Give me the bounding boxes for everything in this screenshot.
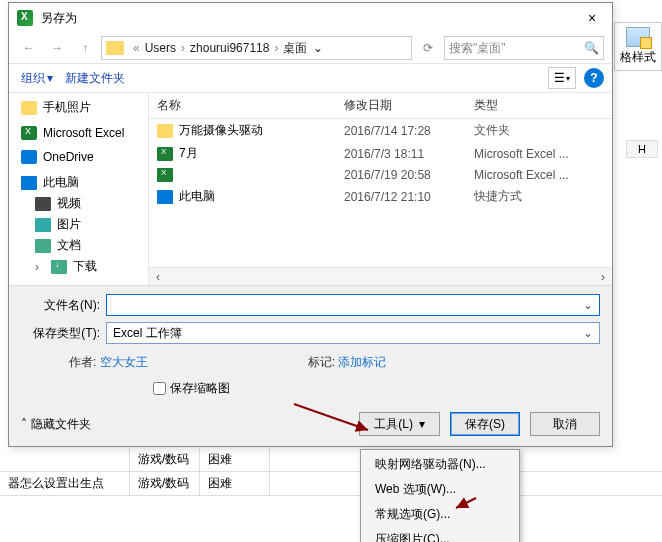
excel-icon	[17, 10, 33, 26]
column-header-h[interactable]: H	[626, 140, 658, 158]
chevron-down-icon[interactable]: ⌄	[309, 41, 327, 55]
back-button[interactable]: ←	[17, 36, 41, 60]
breadcrumb[interactable]: « Users › zhourui967118 › 桌面 ⌄	[101, 36, 412, 60]
hide-folders-link[interactable]: ˄隐藏文件夹	[21, 416, 91, 433]
tags-label: 标记:	[308, 355, 335, 369]
excel-file-icon	[157, 168, 173, 182]
new-folder-button[interactable]: 新建文件夹	[61, 68, 129, 89]
search-input[interactable]: 搜索"桌面" 🔍	[444, 36, 604, 60]
sidebar-item-documents[interactable]: 文档	[21, 235, 148, 256]
filetype-label: 保存类型(T):	[21, 325, 106, 342]
author-label: 作者:	[69, 355, 96, 369]
scroll-right-icon[interactable]: ›	[596, 270, 610, 284]
menu-item-general-options[interactable]: 常规选项(G)...	[363, 502, 517, 527]
sidebar: 手机照片 Microsoft Excel OneDrive 此电脑 视频 图片 …	[9, 93, 149, 285]
format-label: 格样式	[620, 50, 656, 64]
chevron-down-icon: ▾	[419, 417, 425, 431]
column-header-type[interactable]: 类型	[474, 97, 604, 114]
save-thumbnail-checkbox[interactable]: 保存缩略图	[149, 381, 230, 395]
refresh-button[interactable]: ⟳	[416, 36, 440, 60]
document-icon	[35, 239, 51, 253]
sidebar-item-this-pc[interactable]: 此电脑	[21, 172, 148, 193]
tools-dropdown: 映射网络驱动器(N)... Web 选项(W)... 常规选项(G)... 压缩…	[360, 449, 520, 542]
list-item[interactable]: 2016/7/19 20:58 Microsoft Excel ...	[149, 165, 612, 185]
video-icon	[35, 197, 51, 211]
help-button[interactable]: ?	[584, 68, 604, 88]
list-item[interactable]: 万能摄像头驱动 2016/7/14 17:28 文件夹	[149, 119, 612, 142]
sidebar-item-videos[interactable]: 视频	[21, 193, 148, 214]
view-mode-button[interactable]: ☰▾	[548, 67, 576, 89]
menu-item-compress-pictures[interactable]: 压缩图片(C)...	[363, 527, 517, 542]
pc-icon	[21, 176, 37, 190]
up-button[interactable]: ↑	[73, 36, 97, 60]
tags-value[interactable]: 添加标记	[338, 355, 386, 369]
cancel-button[interactable]: 取消	[530, 412, 600, 436]
list-item[interactable]: 此电脑 2016/7/12 21:10 快捷方式	[149, 185, 612, 208]
search-icon: 🔍	[584, 41, 599, 55]
excel-icon	[21, 126, 37, 140]
save-button[interactable]: 保存(S)	[450, 412, 520, 436]
paint-icon	[626, 27, 650, 47]
column-header-date[interactable]: 修改日期	[344, 97, 474, 114]
sidebar-item-phone-photos[interactable]: 手机照片	[21, 97, 148, 118]
folder-icon	[157, 124, 173, 138]
folder-icon	[21, 101, 37, 115]
onedrive-icon	[21, 150, 37, 164]
filename-label: 文件名(N):	[21, 297, 106, 314]
folder-icon	[106, 41, 124, 55]
chevron-down-icon[interactable]: ⌄	[579, 326, 597, 340]
picture-icon	[35, 218, 51, 232]
file-list: 名称 修改日期 类型 万能摄像头驱动 2016/7/14 17:28 文件夹 7…	[149, 93, 612, 285]
excel-file-icon	[157, 147, 173, 161]
chevron-right-icon: ›	[35, 260, 45, 274]
filename-input[interactable]: ⌄	[106, 294, 600, 316]
sidebar-item-pictures[interactable]: 图片	[21, 214, 148, 235]
sidebar-item-excel[interactable]: Microsoft Excel	[21, 124, 148, 142]
sidebar-item-onedrive[interactable]: OneDrive	[21, 148, 148, 166]
tools-button[interactable]: 工具(L)▾	[359, 412, 440, 436]
organize-button[interactable]: 组织 ▾	[17, 68, 57, 89]
chevron-down-icon[interactable]: ⌄	[579, 298, 597, 312]
download-icon	[51, 260, 67, 274]
scroll-left-icon[interactable]: ‹	[151, 270, 165, 284]
dialog-title: 另存为	[41, 10, 572, 27]
menu-item-map-drive[interactable]: 映射网络驱动器(N)...	[363, 452, 517, 477]
menu-item-web-options[interactable]: Web 选项(W)...	[363, 477, 517, 502]
column-header-name[interactable]: 名称	[157, 97, 344, 114]
pc-icon	[157, 190, 173, 204]
table-row: 游戏/数码 困难	[0, 448, 662, 472]
save-as-dialog: 另存为 × ← → ↑ « Users › zhourui967118 › 桌面…	[8, 2, 613, 447]
chevron-up-icon: ˄	[21, 417, 27, 431]
filetype-select[interactable]: Excel 工作簿 ⌄	[106, 322, 600, 344]
horizontal-scrollbar[interactable]: ‹ ›	[149, 267, 612, 285]
sidebar-item-downloads[interactable]: ›下载	[21, 256, 148, 277]
chevron-down-icon: ▾	[47, 71, 53, 85]
list-item[interactable]: 7月 2016/7/3 18:11 Microsoft Excel ...	[149, 142, 612, 165]
author-value[interactable]: 空大女王	[100, 355, 148, 369]
cell-styles-button[interactable]: 格样式	[614, 22, 662, 71]
close-button[interactable]: ×	[572, 3, 612, 33]
spreadsheet-grid: 游戏/数码 困难 器怎么设置出生点 游戏/数码 困难	[0, 448, 662, 496]
forward-button: →	[45, 36, 69, 60]
table-row: 器怎么设置出生点 游戏/数码 困难	[0, 472, 662, 496]
